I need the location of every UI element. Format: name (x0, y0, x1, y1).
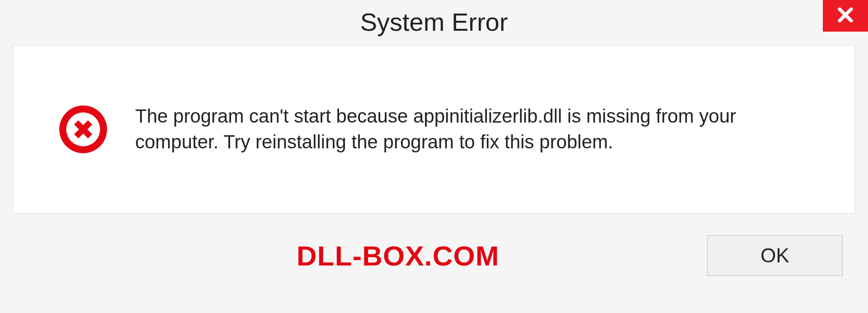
error-icon (58, 104, 108, 154)
bottom-bar: DLL-BOX.COM OK (0, 226, 868, 276)
branding-text: DLL-BOX.COM (297, 240, 499, 272)
ok-button[interactable]: OK (707, 235, 843, 276)
ok-button-label: OK (760, 244, 789, 267)
titlebar: System Error (0, 0, 868, 45)
error-message: The program can't start because appiniti… (135, 104, 813, 155)
dialog-title: System Error (360, 7, 508, 37)
close-icon (835, 5, 855, 27)
close-button[interactable] (823, 0, 868, 32)
content-panel: The program can't start because appiniti… (13, 45, 855, 213)
